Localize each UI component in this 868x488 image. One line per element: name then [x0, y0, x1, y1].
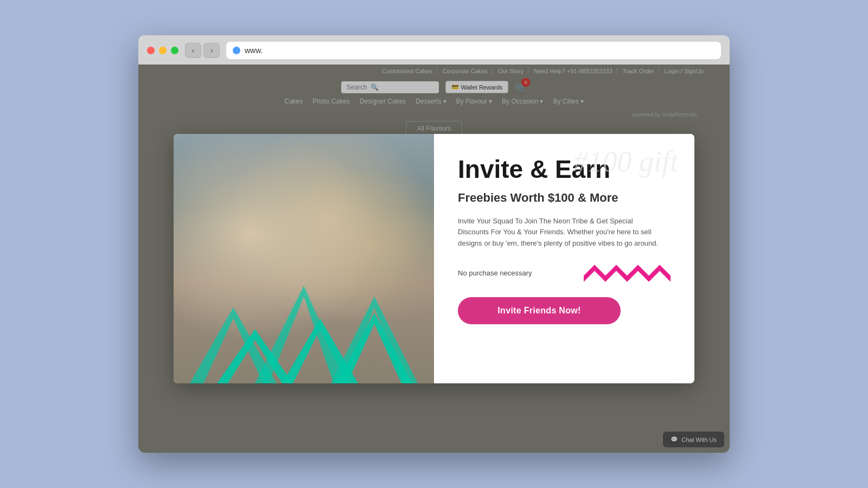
gift-watermark: #100 gift: [573, 145, 678, 178]
ssl-icon: [233, 47, 240, 54]
browser-chrome: ‹ › www.: [138, 35, 730, 65]
bottom-row: No purchase necessary: [458, 262, 671, 284]
people-photo: [174, 134, 434, 383]
browser-window: ‹ › www. Customised Cakes Corporate Cake…: [138, 35, 730, 453]
popup-left-image: [174, 134, 434, 383]
wave-decoration: [584, 262, 671, 284]
maximize-button[interactable]: [171, 47, 178, 54]
close-button[interactable]: [147, 47, 155, 54]
no-purchase-text: No purchase necessary: [458, 269, 532, 277]
invite-friends-button[interactable]: Invite Friends Now!: [458, 297, 621, 324]
popup-right-content: #100 gift Invite & Earn Freebies Worth $…: [434, 134, 694, 383]
traffic-lights: [147, 47, 178, 54]
minimize-button[interactable]: [159, 47, 167, 54]
website-content: Customised Cakes Corporate Cakes Our Sto…: [138, 65, 730, 453]
invite-subtitle: Freebies Worth $100 & More: [458, 191, 671, 205]
nav-buttons: ‹ ›: [185, 43, 220, 58]
address-bar[interactable]: www.: [226, 42, 721, 59]
forward-button[interactable]: ›: [203, 43, 220, 58]
back-button[interactable]: ‹: [185, 43, 201, 58]
modal-overlay[interactable]: #100 gift Invite & Earn Freebies Worth $…: [138, 65, 730, 453]
url-text: www.: [245, 46, 263, 55]
invite-description: Invite Your Squad To Join The Neon Tribe…: [458, 216, 664, 249]
popup-card: #100 gift Invite & Earn Freebies Worth $…: [174, 134, 694, 383]
